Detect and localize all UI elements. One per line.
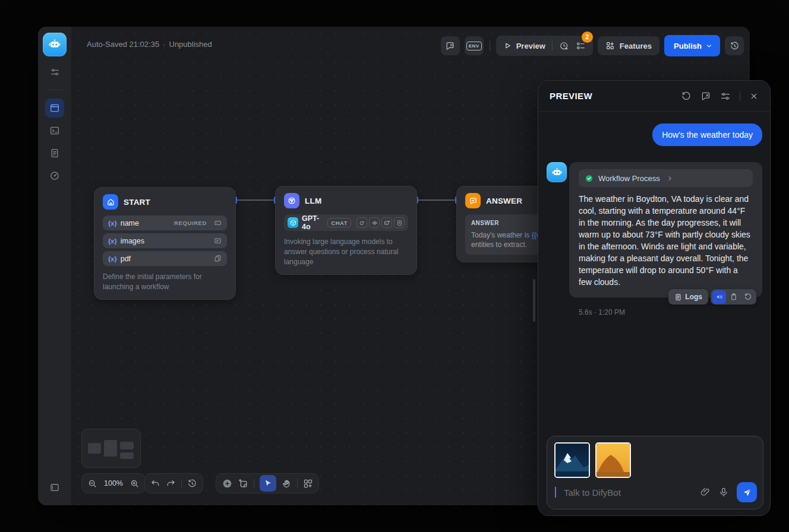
document-lines-icon [49,148,60,159]
chat-input-card [547,436,763,509]
preview-settings-button[interactable] [720,91,731,102]
canvas-tools [216,473,319,493]
edge-llm-answer [417,200,456,201]
app-logo[interactable] [43,33,67,56]
send-message-button[interactable] [737,482,757,502]
publish-label: Publish [674,42,702,50]
features-label: Features [620,42,652,50]
node-start[interactable]: START {x} name REQUIRED {x} images [94,187,236,300]
minimap[interactable] [81,429,141,468]
workflow-process-toggle[interactable]: Workflow Process [579,169,753,187]
add-node-button[interactable] [222,478,233,489]
voice-input-button[interactable] [718,487,729,498]
checklist-button[interactable]: 2 [576,41,586,51]
bot-message-card: Workflow Process The weather in Boydton,… [569,162,762,297]
sliders-icon [50,67,60,77]
play-icon [503,42,512,50]
variable-row-images[interactable]: {x} images [103,233,227,248]
preview-run-button[interactable]: Preview [503,42,545,50]
node-title: ANSWER [486,197,522,205]
add-note-button[interactable] [238,479,248,489]
sidebar-item-logs[interactable] [45,144,64,163]
restart-conversation-button[interactable] [681,91,692,102]
preview-header: PREVIEW [538,81,770,112]
minimap-node [104,440,117,457]
minimap-node [120,452,134,459]
attach-file-button[interactable] [700,487,711,498]
clock-play-icon [559,41,569,51]
change-history-button[interactable] [187,479,197,489]
chat-area: How's the weather today [538,112,770,515]
attachment-image-mountain-blue[interactable] [554,442,590,478]
annotation-button[interactable] [700,91,711,102]
redo-button[interactable] [166,479,176,489]
hand-mode-button[interactable] [282,479,292,489]
regenerate-button[interactable] [741,290,755,304]
attachment-image-mountain-orange[interactable] [595,442,631,478]
model-selector[interactable]: GPT-4o CHAT [284,214,408,231]
paragraph-input-icon [214,237,222,245]
collapse-sidebar-button[interactable] [45,478,64,497]
sidebar [38,27,71,505]
home-icon [103,194,118,210]
node-start-header: START [103,194,227,210]
send-icon [742,487,752,498]
node-description: Invoking large language models to answer… [284,237,408,267]
env-variables-button[interactable]: ENV [465,36,484,55]
variable-prefix: {x} [108,238,117,245]
text-input-icon [214,219,222,227]
features-button[interactable]: Features [598,36,659,55]
run-history-button[interactable] [559,41,569,51]
close-preview-button[interactable] [749,91,759,101]
file-icon [394,217,405,228]
chat-input[interactable] [564,487,692,498]
files-icon [214,255,222,262]
undo-button[interactable] [150,479,160,489]
sidebar-divider [47,90,62,90]
version-history-button[interactable] [725,36,744,55]
bot-avatar [547,162,567,182]
gauge-icon [49,170,60,181]
app-settings-button[interactable] [45,62,64,81]
toolbar-divider [490,40,490,51]
node-llm[interactable]: LLM GPT-4o CHAT [275,186,417,275]
node-title: START [124,198,150,207]
sidebar-item-api[interactable] [45,121,64,140]
sidebar-item-orchestrate[interactable] [45,99,64,118]
toolbar-divider [254,479,254,488]
logs-label: Logs [685,293,702,301]
read-aloud-button[interactable] [712,290,726,304]
minimap-node [120,442,134,449]
zoom-level[interactable]: 100% [103,479,124,487]
zoom-in-button[interactable] [130,479,140,489]
brain-network-icon [284,193,299,208]
features-grid-icon [605,41,615,50]
image-icon [381,217,392,228]
copy-button[interactable] [727,290,740,304]
logs-button[interactable]: Logs [668,289,708,305]
chat-check-icon [465,193,481,208]
variable-row-name[interactable]: {x} name REQUIRED [103,216,227,230]
publish-button[interactable]: Publish [664,35,720,56]
pointer-mode-button[interactable] [260,475,276,492]
logs-icon [674,293,682,301]
top-actions: ENV Preview [441,35,744,56]
chat-input-row [555,480,757,504]
attached-images [554,442,756,478]
organize-nodes-button[interactable] [303,479,313,489]
user-message-row: How's the weather today [547,124,762,146]
history-restore-icon [730,41,740,51]
undo-redo-controls [144,473,203,493]
annotation-button[interactable] [441,36,460,55]
sidebar-item-monitoring[interactable] [45,166,64,185]
variable-row-pdf[interactable]: {x} pdf [103,251,227,266]
zoom-out-button[interactable] [87,479,97,489]
required-tag: REQUIRED [174,220,207,226]
canvas-scrollbar[interactable] [533,279,535,322]
preview-header-actions [681,91,759,102]
variable-name: pdf [121,255,131,263]
annotation-x-icon [445,41,455,51]
env-icon: ENV [466,42,482,50]
variable-name: images [121,237,144,245]
success-check-icon [585,174,594,183]
